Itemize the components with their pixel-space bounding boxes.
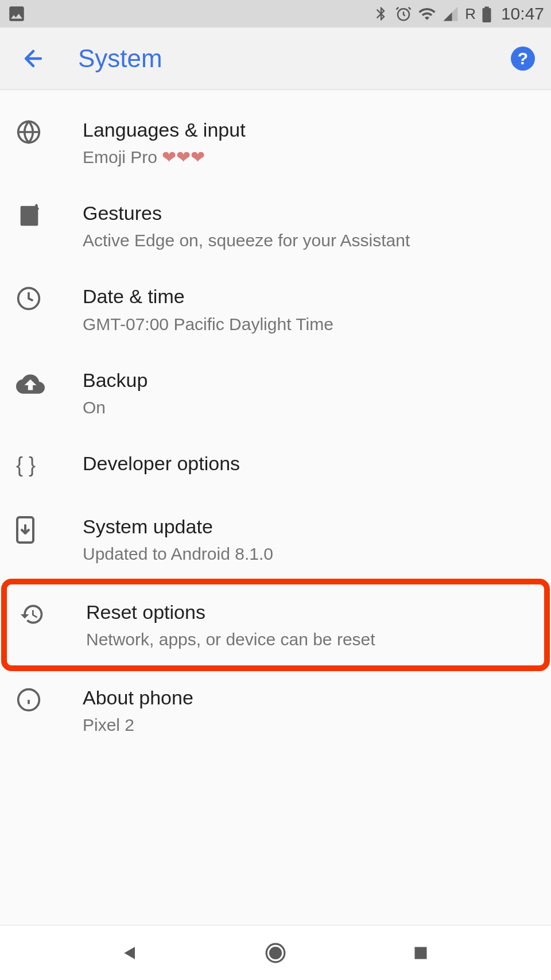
item-subtitle: Pixel 2	[83, 714, 535, 736]
braces-icon: { }	[16, 451, 68, 477]
cloud-upload-icon	[16, 367, 68, 398]
alarm-icon	[395, 5, 412, 22]
roaming-indicator: R	[465, 5, 476, 23]
info-icon	[16, 685, 68, 712]
item-gestures[interactable]: Gestures Active Edge on, squeeze for you…	[0, 184, 551, 268]
item-about-phone[interactable]: About phone Pixel 2	[0, 669, 551, 752]
status-left	[7, 4, 26, 24]
restore-icon	[20, 599, 71, 627]
globe-icon	[16, 117, 68, 145]
item-system-update[interactable]: System update Updated to Android 8.1.0	[0, 498, 551, 581]
gestures-icon	[16, 200, 68, 229]
item-subtitle: Updated to Android 8.1.0	[83, 543, 535, 565]
status-bar: R 10:47	[0, 0, 551, 28]
item-title: Languages & input	[83, 117, 535, 142]
picture-icon	[7, 4, 26, 24]
item-title: Reset options	[86, 599, 531, 625]
item-title: Backup	[83, 367, 535, 393]
nav-back-button[interactable]	[113, 936, 148, 970]
status-time: 10:47	[501, 4, 544, 24]
item-title: System update	[83, 514, 535, 539]
status-right: R 10:47	[373, 4, 544, 24]
item-subtitle: GMT-07:00 Pacific Daylight Time	[83, 313, 535, 335]
clock-icon	[16, 284, 68, 311]
item-title: Developer options	[83, 451, 535, 476]
navigation-bar	[0, 925, 551, 980]
item-backup[interactable]: Backup On	[0, 351, 551, 435]
item-title: Gestures	[83, 200, 535, 226]
item-subtitle: Network, apps, or device can be reset	[86, 628, 531, 650]
item-subtitle: On	[83, 396, 535, 419]
item-reset-options[interactable]: Reset options Network, apps, or device c…	[3, 581, 548, 669]
battery-icon	[482, 5, 492, 22]
item-subtitle: Active Edge on, squeeze for your Assista…	[83, 229, 535, 251]
bluetooth-icon	[373, 6, 389, 22]
item-date-time[interactable]: Date & time GMT-07:00 Pacific Daylight T…	[0, 268, 551, 351]
help-button[interactable]: ?	[511, 47, 535, 71]
item-title: About phone	[83, 685, 535, 710]
app-bar: System ?	[0, 28, 551, 90]
cell-signal-icon	[442, 5, 459, 22]
page-title: System	[78, 44, 511, 73]
item-developer-options[interactable]: { } Developer options	[0, 435, 551, 498]
settings-list: Languages & input Emoji Pro ❤❤❤ Gestures…	[0, 90, 551, 752]
nav-recent-button[interactable]	[403, 936, 438, 970]
item-title: Date & time	[83, 284, 535, 309]
item-languages-input[interactable]: Languages & input Emoji Pro ❤❤❤	[0, 101, 551, 184]
svg-rect-9	[415, 947, 427, 959]
wifi-icon	[418, 5, 436, 23]
phone-download-icon	[16, 514, 68, 544]
back-button[interactable]	[16, 41, 51, 76]
hearts-icon: ❤❤❤	[162, 148, 205, 166]
item-subtitle: Emoji Pro ❤❤❤	[83, 146, 535, 168]
nav-home-button[interactable]	[258, 936, 293, 970]
svg-point-8	[270, 947, 281, 958]
